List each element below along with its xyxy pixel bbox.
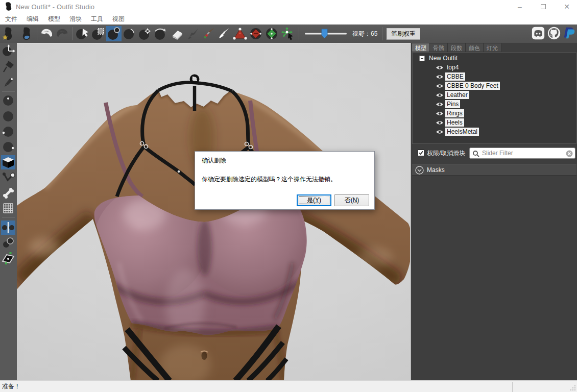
vertex-pen-button[interactable] <box>1 75 15 89</box>
transform-tool-button[interactable] <box>1 43 15 58</box>
tree-item[interactable]: CBBE <box>413 72 576 81</box>
brush-weight-button[interactable]: 笔刷权重 <box>387 28 420 40</box>
visibility-eye-icon[interactable] <box>436 92 444 98</box>
alpha-brush-icon <box>217 26 232 41</box>
menu-file[interactable]: 文件 <box>1 13 22 24</box>
pin-icon <box>1 60 15 74</box>
menu-slider[interactable]: 滑块 <box>65 13 86 24</box>
select-brush-button[interactable] <box>75 26 90 41</box>
menu-view[interactable]: 视图 <box>108 13 129 24</box>
yes-button[interactable]: 是(Y) <box>297 194 331 206</box>
load-project-button[interactable] <box>1 26 16 41</box>
meshes-tree[interactable]: New Outfit top4CBBECBBE 0 Body FeetLeath… <box>412 52 576 144</box>
tree-item[interactable]: Heels <box>413 118 576 127</box>
visibility-eye-icon[interactable] <box>436 120 444 126</box>
inflate-brush-icon <box>106 26 122 41</box>
resize-grip[interactable] <box>570 385 576 391</box>
collapse-vertex-icon <box>248 26 263 41</box>
color-brush-icon <box>201 26 217 41</box>
redo-icon <box>55 26 70 41</box>
status-text: 准备！ <box>2 381 20 392</box>
panel-tabs: 模型骨骼段数颜色灯光 <box>412 43 501 52</box>
pin-tool-button[interactable] <box>1 60 15 74</box>
vertex-color-center-button[interactable] <box>1 93 15 108</box>
permission-checkbox[interactable] <box>418 150 424 156</box>
eraser-button[interactable] <box>170 26 185 41</box>
visibility-eye-icon[interactable] <box>436 102 444 107</box>
weight-brush-button[interactable] <box>186 26 201 41</box>
menu-tools[interactable]: 工具 <box>86 13 108 24</box>
maximize-button[interactable] <box>535 0 552 13</box>
mirror-x-icon <box>1 220 15 235</box>
move-brush-button[interactable] <box>137 26 153 41</box>
fov-slider[interactable] <box>304 26 348 41</box>
tab-lights[interactable]: 灯光 <box>484 43 501 52</box>
connected-only-button[interactable] <box>1 236 15 250</box>
tree-item[interactable]: top4 <box>413 63 576 72</box>
merge-vertex-button[interactable] <box>1 251 15 265</box>
grid-button[interactable] <box>1 201 15 215</box>
move-vertex-button[interactable] <box>280 26 295 41</box>
undo-button[interactable] <box>39 26 54 41</box>
tree-item[interactable]: HeelsMetal <box>413 127 576 136</box>
discord-button[interactable] <box>531 26 545 41</box>
slider-filter-search[interactable] <box>469 148 575 159</box>
slider-filter-input[interactable] <box>482 149 564 158</box>
vertex-color-left-button[interactable] <box>1 125 15 139</box>
tree-root-row[interactable]: New Outfit <box>413 54 576 63</box>
split-edge-button[interactable] <box>264 26 279 41</box>
tree-item[interactable]: Pins <box>413 100 576 109</box>
confirm-delete-dialog: 确认删除 你确定要删除选定的模型吗？这个操作无法撤销。 是(Y) 否(N) <box>195 151 375 210</box>
masks-section-header[interactable]: Masks <box>412 164 576 176</box>
dialog-title: 确认删除 <box>202 156 226 165</box>
grid-icon <box>1 201 15 215</box>
no-button[interactable]: 否(N) <box>334 194 369 206</box>
tree-item[interactable]: CBBE 0 Body Feet <box>413 81 576 90</box>
tab-bones[interactable]: 骨骼 <box>430 43 448 52</box>
visibility-eye-icon[interactable] <box>436 65 444 70</box>
discord-icon <box>531 26 545 40</box>
visibility-eye-icon[interactable] <box>436 83 444 89</box>
tree-item[interactable]: Leather <box>413 90 576 100</box>
tree-item[interactable]: Rings <box>413 109 576 118</box>
clear-search-icon[interactable] <box>566 150 573 157</box>
mask-brush-button[interactable] <box>90 26 106 41</box>
load-reference-button[interactable] <box>19 26 34 41</box>
visibility-eye-icon[interactable] <box>436 74 444 80</box>
visibility-eye-icon[interactable] <box>436 129 444 135</box>
inflate-brush-button[interactable] <box>106 26 122 41</box>
mesh-edit-button[interactable] <box>232 26 248 41</box>
bone-icon <box>1 186 15 200</box>
close-button[interactable]: ✕ <box>558 0 575 13</box>
title-bar[interactable]: New Outfit* - Outfit Studio – ✕ <box>0 0 577 13</box>
move-vertex-icon <box>280 26 295 41</box>
tab-colors[interactable]: 颜色 <box>466 43 484 52</box>
minimize-button[interactable]: – <box>511 0 528 13</box>
smooth-brush-button[interactable] <box>153 26 168 41</box>
collapse-vertex-button[interactable] <box>248 26 263 41</box>
cube-icon <box>1 155 15 169</box>
search-icon <box>472 150 479 157</box>
vertex-color-none-button[interactable] <box>1 109 15 124</box>
vertex-color-right-button[interactable] <box>1 140 15 154</box>
collapse-expander[interactable] <box>419 56 425 61</box>
wireframe-button[interactable] <box>1 170 15 185</box>
redo-button[interactable] <box>55 26 70 41</box>
bones-button[interactable] <box>1 186 15 200</box>
tab-segments[interactable]: 段数 <box>448 43 466 52</box>
viewport-3d[interactable]: 确认删除 你确定要删除选定的模型吗？这个操作无法撤销。 是(Y) 否(N) <box>17 43 410 380</box>
github-button[interactable] <box>547 26 561 41</box>
deflate-brush-button[interactable] <box>122 26 137 41</box>
alpha-brush-button[interactable] <box>217 26 232 41</box>
status-bar: 准备！ <box>0 380 577 392</box>
menu-model[interactable]: 模型 <box>43 13 65 24</box>
mirror-x-button[interactable] <box>1 220 15 235</box>
menu-bar: 文件编辑模型滑块工具视图 <box>0 13 577 24</box>
menu-edit[interactable]: 编辑 <box>22 13 43 24</box>
mask-brush-icon <box>90 26 106 41</box>
textured-view-button[interactable] <box>1 155 15 169</box>
tab-meshes[interactable]: 模型 <box>412 43 430 52</box>
color-brush-button[interactable] <box>201 26 217 41</box>
visibility-eye-icon[interactable] <box>436 111 444 116</box>
paypal-button[interactable] <box>562 26 576 41</box>
